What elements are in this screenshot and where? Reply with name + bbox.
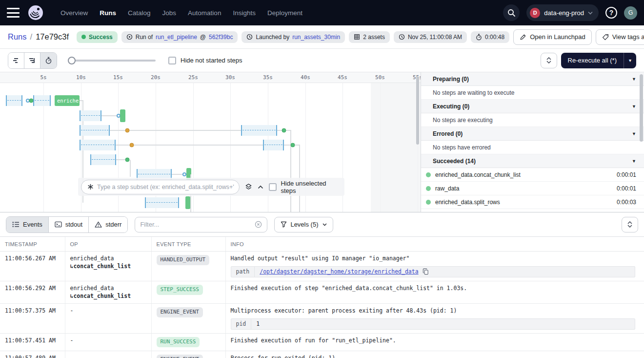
gantt-zoom-slider[interactable] — [68, 57, 156, 64]
step-row[interactable]: enriched_data.split_rows0:00:03 — [421, 195, 644, 209]
info-metadata-table: pid1 — [231, 318, 636, 330]
step-row[interactable]: enriched_data.process_chunk [1]0:00:04 — [421, 209, 644, 212]
chevron-up-icon[interactable] — [258, 185, 263, 189]
nav-item-overview[interactable]: Overview — [55, 0, 94, 25]
layers-icon[interactable] — [245, 183, 252, 190]
expand-collapse-stepper[interactable] — [541, 53, 557, 68]
axis-tick: 25s — [188, 74, 198, 81]
copy-icon[interactable] — [423, 268, 429, 275]
log-row[interactable]: 11:00:57.375 AM-ENGINE_EVENTMultiprocess… — [0, 304, 644, 334]
tab-stdout[interactable]: stdout — [49, 217, 89, 232]
nav-item-deployment[interactable]: Deployment — [262, 0, 308, 25]
log-expand-stepper[interactable] — [622, 217, 638, 232]
dashed-line — [81, 115, 100, 116]
gantt-step-bar[interactable] — [185, 196, 190, 209]
clock-icon — [246, 34, 253, 40]
gantt-waiting-box[interactable] — [80, 125, 110, 136]
run-tag[interactable]: Launched by run_assets_30min — [242, 31, 345, 43]
steps-scrollbar[interactable] — [640, 74, 643, 142]
help-button[interactable]: ? — [605, 7, 617, 19]
run-tag[interactable]: Run of run_etl_pipeline @ 562f39bc — [121, 31, 238, 43]
nav-item-runs[interactable]: Runs — [94, 0, 122, 25]
open-in-launchpad-button[interactable]: Open in Launchpad — [513, 29, 591, 45]
user-avatar[interactable]: G — [624, 6, 637, 20]
log-event-type: RUN_SUCCESS — [151, 334, 225, 351]
hide-unselected-control[interactable]: Hide unselected steps — [269, 180, 342, 194]
gantt-waterfall-view-button[interactable] — [24, 53, 40, 68]
steps-panel: Preparing (0)▼No steps are waiting to ex… — [421, 72, 644, 212]
levels-dropdown[interactable]: Levels (5) — [274, 217, 333, 232]
tag-link[interactable]: run_etl_pipeline — [156, 34, 197, 41]
gantt-success-dot — [291, 143, 295, 147]
run-tag[interactable]: 2 assets — [349, 31, 390, 43]
gantt-waiting-box[interactable] — [80, 140, 116, 150]
event-log: TIMESTAMP OP EVENT TYPE INFO 11:00:56.26… — [0, 237, 644, 358]
info-text: Handled output "result" using IO manager… — [231, 255, 640, 263]
section-header[interactable]: Errored (0)▼ — [421, 127, 644, 141]
timer-icon — [476, 34, 482, 41]
nav-item-insights[interactable]: Insights — [227, 0, 262, 25]
metadata-link[interactable]: /opt/dagster/dagster_home/storage/enrich… — [260, 268, 418, 276]
reexecute-caret[interactable]: ▾ — [624, 53, 636, 68]
step-duration: 0:00:03 — [617, 199, 636, 206]
gantt-waiting-box[interactable] — [80, 110, 101, 121]
nav-item-catalog[interactable]: Catalog — [122, 0, 157, 25]
gantt-waiting-box[interactable] — [145, 197, 179, 208]
op-line: ↳concat_chunk_list — [70, 293, 131, 299]
gantt-success-dot — [282, 128, 286, 133]
log-row[interactable]: 11:00:57.451 AM-RUN_SUCCESSFinished exec… — [0, 334, 644, 351]
section-header[interactable]: Preparing (0)▼ — [421, 72, 644, 86]
gantt-waiting-box[interactable] — [241, 125, 277, 136]
gantt-step-bar[interactable]: enriche. — [55, 95, 80, 106]
hide-not-started-control[interactable]: Hide not started steps — [168, 57, 242, 64]
step-row[interactable]: enriched_data.concat_chunk_list0:00:01 — [421, 168, 644, 182]
clear-filter-icon[interactable] — [255, 221, 262, 228]
reexecute-all-button[interactable]: Re-execute all (*) ▾ — [561, 53, 636, 68]
gantt-scrollbar[interactable] — [416, 76, 419, 145]
stopwatch-icon — [45, 57, 52, 64]
dagster-logo[interactable] — [27, 4, 44, 21]
log-timestamp: 11:00:56.292 AM — [0, 281, 65, 304]
gantt-waiting-box[interactable] — [33, 95, 51, 106]
log-row[interactable]: 11:00:56.267 AMenriched_data↳concat_chun… — [0, 252, 644, 281]
gantt-waiting-box[interactable] — [90, 154, 116, 165]
tag-link[interactable]: 562f39bc — [209, 34, 233, 41]
hide-not-started-checkbox[interactable] — [168, 57, 176, 64]
gantt-flat-view-button[interactable] — [8, 53, 24, 68]
section-header[interactable]: Executing (0)▼ — [421, 100, 644, 113]
chevron-down-icon[interactable]: ▼ — [632, 77, 636, 82]
step-subset-input[interactable]: Type a step subset (ex: enriched_data.sp… — [81, 180, 240, 194]
event-type-badge: ENGINE_EVENT — [157, 355, 203, 358]
breadcrumb-runs-link[interactable]: Runs — [8, 32, 27, 42]
nav-item-jobs[interactable]: Jobs — [157, 0, 182, 25]
section-header[interactable]: Succeeded (14)▼ — [421, 154, 644, 168]
run-tag[interactable]: Nov 25, 11:00:08 AM — [394, 31, 467, 43]
info-text: Process for run exited (pid: 1). — [231, 355, 640, 358]
gantt-waiting-box[interactable] — [263, 140, 284, 150]
chevron-down-icon[interactable]: ▼ — [632, 131, 636, 136]
slider-thumb[interactable] — [68, 57, 76, 64]
view-tags-config-button[interactable]: View tags and config — [596, 29, 644, 45]
step-name: enriched_data.concat_chunk_list — [435, 171, 521, 178]
log-op: - — [65, 334, 151, 351]
hide-unselected-checkbox[interactable] — [269, 183, 277, 191]
tab-stderr[interactable]: stderr — [89, 217, 127, 232]
gantt-toolbar: Hide not started steps Re-execute all (*… — [0, 49, 644, 72]
step-row[interactable]: raw_data0:00:01 — [421, 182, 644, 195]
run-tag[interactable]: 0:00:48 — [471, 31, 509, 43]
log-row[interactable]: 11:00:56.292 AMenriched_data↳concat_chun… — [0, 281, 644, 304]
chevron-down-icon[interactable]: ▼ — [632, 159, 636, 164]
nav-item-automation[interactable]: Automation — [182, 0, 227, 25]
log-filter-input[interactable] — [140, 221, 251, 228]
gantt-timed-view-button[interactable] — [40, 53, 57, 68]
hamburger-menu-icon[interactable] — [7, 8, 20, 18]
workspace-switcher[interactable]: D data-eng-prod — [526, 4, 599, 21]
log-row[interactable]: 11:00:57.489 AM-ENGINE_EVENTProcess for … — [0, 351, 644, 358]
tag-link[interactable]: run_assets_30min — [292, 34, 340, 41]
gantt-step-bar[interactable] — [120, 109, 125, 122]
chevron-down-icon[interactable]: ▼ — [632, 104, 636, 109]
slider-track — [68, 60, 156, 62]
search-button[interactable] — [503, 4, 520, 21]
gantt-waiting-box[interactable] — [6, 95, 22, 106]
tab-Events[interactable]: Events — [6, 217, 49, 232]
